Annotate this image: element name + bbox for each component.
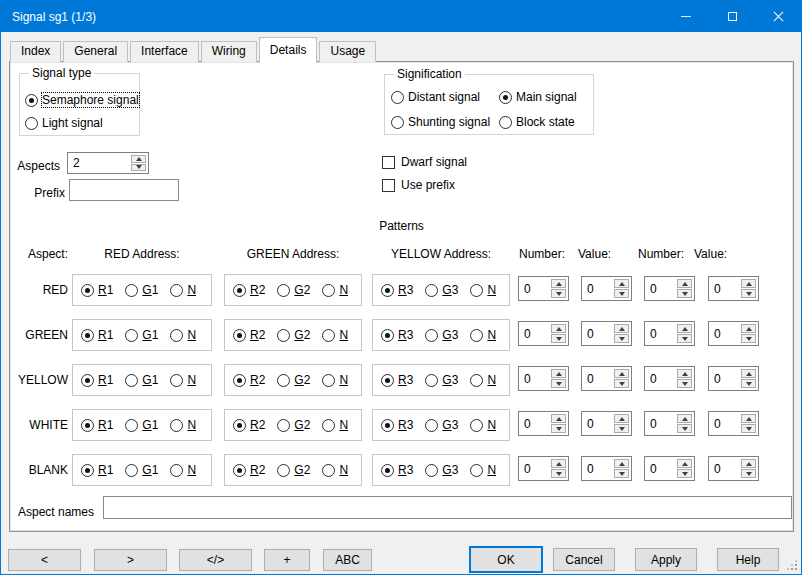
spin-up-button[interactable] [614, 369, 629, 378]
spin-up-button[interactable] [677, 324, 692, 333]
number-spinner-2-red[interactable]: 0 [644, 276, 695, 301]
radio-main-signal[interactable]: Main signal [499, 90, 577, 104]
spin-down-button[interactable] [741, 469, 756, 478]
radio-n-blank[interactable]: N [322, 463, 348, 477]
radio-light-signal[interactable]: Light signal [25, 116, 103, 130]
radio-n-blank[interactable]: N [170, 463, 196, 477]
radio-n-red[interactable]: N [322, 283, 348, 297]
close-button[interactable] [755, 1, 801, 32]
radio-r2-green[interactable]: R2 [233, 328, 265, 342]
next-button[interactable]: > [94, 549, 167, 571]
radio-semaphore-signal[interactable]: Semaphore signal [25, 93, 139, 107]
radio-n-green[interactable]: N [170, 328, 196, 342]
spin-down-button[interactable] [614, 289, 629, 298]
tab-wiring[interactable]: Wiring [201, 41, 257, 62]
value-spinner-2-yellow[interactable]: 0 [708, 366, 759, 391]
radio-g1-yellow[interactable]: G1 [125, 373, 158, 387]
checkbox-dwarf-signal[interactable]: Dwarf signal [382, 155, 467, 169]
cancel-button[interactable]: Cancel [553, 548, 615, 571]
radio-r3-yellow[interactable]: R3 [381, 373, 413, 387]
number-spinner-1-blank[interactable]: 0 [518, 456, 569, 481]
value-spinner-2-white[interactable]: 0 [708, 411, 759, 436]
radio-n-green[interactable]: N [322, 328, 348, 342]
radio-r1-blank[interactable]: R1 [81, 463, 113, 477]
radio-g3-yellow[interactable]: G3 [425, 373, 458, 387]
spin-down-button[interactable] [677, 469, 692, 478]
radio-n-white[interactable]: N [322, 418, 348, 432]
spin-down-button[interactable] [741, 334, 756, 343]
number-spinner-1-yellow[interactable]: 0 [518, 366, 569, 391]
spin-down-button[interactable] [551, 424, 566, 433]
aspect-names-input[interactable] [103, 496, 792, 519]
radio-n-yellow[interactable]: N [322, 373, 348, 387]
spin-down-button[interactable] [677, 379, 692, 388]
radio-r2-white[interactable]: R2 [233, 418, 265, 432]
spin-down-button[interactable] [614, 469, 629, 478]
prefix-input[interactable] [69, 179, 179, 201]
radio-shunting-signal[interactable]: Shunting signal [391, 115, 490, 129]
spin-down-button[interactable] [741, 289, 756, 298]
radio-n-yellow[interactable]: N [170, 373, 196, 387]
number-spinner-1-white[interactable]: 0 [518, 411, 569, 436]
code-button[interactable]: </> [179, 549, 252, 571]
spin-down-button[interactable] [551, 289, 566, 298]
radio-r2-blank[interactable]: R2 [233, 463, 265, 477]
ok-button[interactable]: OK [469, 546, 543, 573]
radio-r2-yellow[interactable]: R2 [233, 373, 265, 387]
plus-button[interactable]: + [264, 549, 310, 571]
spin-up-button[interactable] [677, 414, 692, 423]
spin-up-button[interactable] [131, 155, 146, 163]
radio-r3-blank[interactable]: R3 [381, 463, 413, 477]
spin-down-button[interactable] [551, 379, 566, 388]
radio-g2-green[interactable]: G2 [277, 328, 310, 342]
value-spinner-2-red[interactable]: 0 [708, 276, 759, 301]
radio-r1-red[interactable]: R1 [81, 283, 113, 297]
radio-r3-red[interactable]: R3 [381, 283, 413, 297]
number-spinner-2-green[interactable]: 0 [644, 321, 695, 346]
spin-up-button[interactable] [551, 279, 566, 288]
abc-button[interactable]: ABC [323, 549, 372, 571]
tab-usage[interactable]: Usage [319, 41, 376, 62]
value-spinner-1-blank[interactable]: 0 [581, 456, 632, 481]
radio-r2-red[interactable]: R2 [233, 283, 265, 297]
radio-g3-white[interactable]: G3 [425, 418, 458, 432]
spin-up-button[interactable] [614, 324, 629, 333]
spin-up-button[interactable] [741, 459, 756, 468]
value-spinner-1-white[interactable]: 0 [581, 411, 632, 436]
apply-button[interactable]: Apply [635, 548, 697, 571]
radio-g1-green[interactable]: G1 [125, 328, 158, 342]
tab-details[interactable]: Details [259, 37, 318, 63]
spin-down-button[interactable] [677, 289, 692, 298]
radio-distant-signal[interactable]: Distant signal [391, 90, 480, 104]
value-spinner-1-green[interactable]: 0 [581, 321, 632, 346]
spin-down-button[interactable] [614, 334, 629, 343]
spin-up-button[interactable] [614, 279, 629, 288]
help-button[interactable]: Help [717, 548, 779, 571]
minimize-button[interactable] [663, 1, 709, 32]
spin-down-button[interactable] [614, 424, 629, 433]
spin-up-button[interactable] [551, 369, 566, 378]
spin-up-button[interactable] [741, 279, 756, 288]
spin-down-button[interactable] [551, 334, 566, 343]
radio-n-red[interactable]: N [170, 283, 196, 297]
number-spinner-1-green[interactable]: 0 [518, 321, 569, 346]
spin-down-button[interactable] [131, 164, 146, 172]
radio-g1-red[interactable]: G1 [125, 283, 158, 297]
radio-g3-red[interactable]: G3 [425, 283, 458, 297]
spin-up-button[interactable] [614, 459, 629, 468]
radio-n-blank[interactable]: N [470, 463, 496, 477]
radio-r3-white[interactable]: R3 [381, 418, 413, 432]
checkbox-use-prefix[interactable]: Use prefix [382, 178, 455, 192]
radio-r1-yellow[interactable]: R1 [81, 373, 113, 387]
spin-up-button[interactable] [551, 414, 566, 423]
spin-down-button[interactable] [741, 379, 756, 388]
number-spinner-2-white[interactable]: 0 [644, 411, 695, 436]
value-spinner-1-red[interactable]: 0 [581, 276, 632, 301]
radio-g1-blank[interactable]: G1 [125, 463, 158, 477]
tab-index[interactable]: Index [10, 41, 61, 62]
number-spinner-2-yellow[interactable]: 0 [644, 366, 695, 391]
value-spinner-2-green[interactable]: 0 [708, 321, 759, 346]
prev-button[interactable]: < [8, 549, 81, 571]
radio-g3-blank[interactable]: G3 [425, 463, 458, 477]
radio-g1-white[interactable]: G1 [125, 418, 158, 432]
